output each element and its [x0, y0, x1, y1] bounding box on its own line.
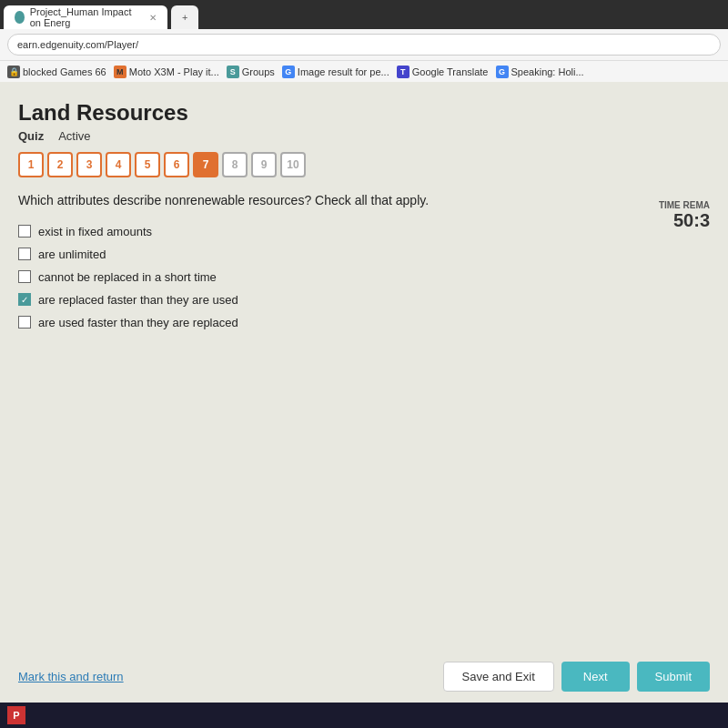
address-text: earn.edgenuity.com/Player/	[17, 39, 138, 50]
google-icon: G	[282, 66, 295, 78]
inactive-tab[interactable]: +	[171, 5, 198, 29]
bookmark-label: Image result for pe...	[298, 66, 389, 77]
active-tab[interactable]: Project_Human Impact on Energ ✕	[4, 5, 167, 29]
bookmark-label: Groups	[242, 66, 275, 77]
option-3[interactable]: cannot be replaced in a short time	[18, 270, 710, 284]
checkbox-3[interactable]	[18, 270, 31, 283]
taskbar: P	[0, 703, 728, 728]
bottom-bar: Mark this and return Save and Exit Next …	[18, 662, 710, 692]
submit-button[interactable]: Submit	[637, 662, 710, 692]
checkbox-1[interactable]	[18, 225, 31, 238]
bookmarks-bar: 🔒 blocked Games 66 M Moto X3M - Play it.…	[0, 60, 728, 82]
q-num-10[interactable]: 10	[280, 152, 306, 177]
q-num-2[interactable]: 2	[47, 152, 73, 177]
browser-chrome: Project_Human Impact on Energ ✕ + earn.e…	[0, 0, 728, 82]
tab-close-icon[interactable]: ✕	[149, 13, 157, 23]
save-exit-button[interactable]: Save and Exit	[443, 662, 554, 692]
translate-icon: T	[397, 66, 410, 78]
option-4[interactable]: are replaced faster than they are used	[18, 293, 710, 307]
q-num-1[interactable]: 1	[18, 152, 44, 177]
option-label-1: exist in fixed amounts	[38, 225, 152, 238]
speaking-icon: G	[496, 66, 509, 78]
q-num-9[interactable]: 9	[251, 152, 277, 177]
address-bar[interactable]: earn.edgenuity.com/Player/	[7, 34, 721, 56]
q-num-8[interactable]: 8	[222, 152, 248, 177]
option-label-2: are unlimited	[38, 248, 106, 261]
bookmark-label: blocked Games 66	[23, 66, 106, 77]
page-title: Land Resources	[18, 100, 710, 126]
option-1[interactable]: exist in fixed amounts	[18, 225, 710, 238]
option-label-4: are replaced faster than they are used	[38, 293, 238, 307]
options-list: exist in fixed amounts are unlimited can…	[18, 225, 710, 329]
address-bar-row: earn.edgenuity.com/Player/	[0, 29, 728, 60]
q-num-4[interactable]: 4	[106, 152, 131, 177]
main-content: Land Resources Quiz Active 1 2 3 4 5 6 7…	[0, 82, 728, 728]
question-numbers: 1 2 3 4 5 6 7 8 9 10	[18, 152, 710, 177]
checkbox-5[interactable]	[18, 316, 31, 329]
question-text: Which attributes describe nonrenewable r…	[18, 192, 710, 210]
mark-return-link[interactable]: Mark this and return	[18, 670, 124, 683]
locked-icon: 🔒	[7, 66, 20, 78]
tab-label: Project_Human Impact on Energ	[30, 6, 140, 28]
bookmark-speaking[interactable]: G Speaking: Holi...	[496, 66, 584, 78]
groups-icon: S	[227, 66, 239, 78]
moto-icon: M	[114, 66, 126, 78]
q-num-6[interactable]: 6	[164, 152, 189, 177]
option-5[interactable]: are used faster than they are replaced	[18, 316, 710, 329]
checkbox-4[interactable]	[18, 293, 31, 306]
option-2[interactable]: are unlimited	[18, 248, 710, 261]
q-num-3[interactable]: 3	[76, 152, 102, 177]
bookmark-label: Speaking: Holi...	[511, 66, 584, 77]
checkbox-2[interactable]	[18, 248, 31, 260]
status-label: Active	[58, 129, 90, 143]
quiz-status-row: Quiz Active	[18, 129, 710, 143]
quiz-label: Quiz	[18, 129, 44, 143]
q-num-5[interactable]: 5	[135, 152, 160, 177]
taskbar-powerpoint-icon[interactable]: P	[7, 706, 25, 724]
tab-bar: Project_Human Impact on Energ ✕ +	[0, 0, 728, 29]
bookmark-label: Google Translate	[412, 66, 489, 77]
timer-area: TIME REMA 50:3	[659, 200, 710, 231]
timer-value: 50:3	[659, 210, 710, 231]
option-label-3: cannot be replaced in a short time	[38, 270, 217, 284]
button-row: Save and Exit Next Submit	[443, 662, 710, 692]
bookmark-moto[interactable]: M Moto X3M - Play it...	[114, 66, 219, 78]
bookmark-label: Moto X3M - Play it...	[129, 66, 219, 77]
timer-label: TIME REMA	[659, 200, 710, 210]
bookmark-image[interactable]: G Image result for pe...	[282, 66, 389, 78]
next-button[interactable]: Next	[561, 662, 630, 692]
option-label-5: are used faster than they are replaced	[38, 316, 238, 329]
bookmark-translate[interactable]: T Google Translate	[397, 66, 489, 78]
bookmark-groups[interactable]: S Groups	[227, 66, 275, 78]
bookmark-blocked-games[interactable]: 🔒 blocked Games 66	[7, 66, 106, 78]
q-num-7[interactable]: 7	[193, 152, 218, 177]
